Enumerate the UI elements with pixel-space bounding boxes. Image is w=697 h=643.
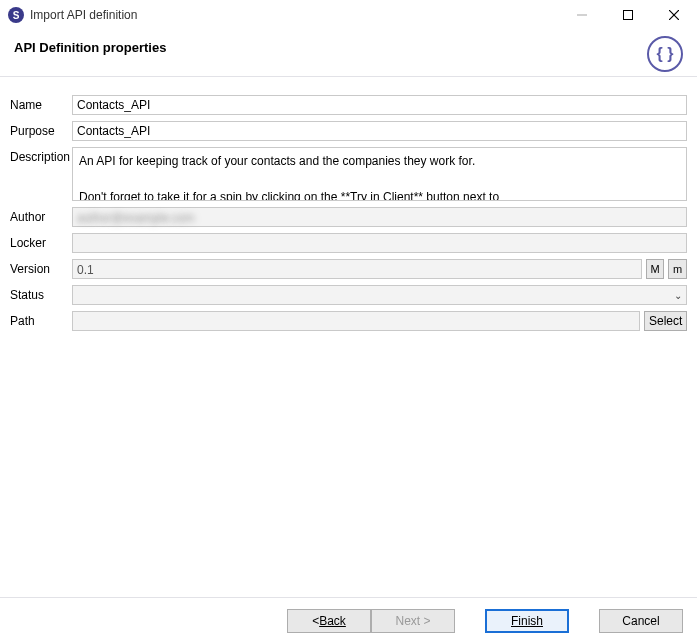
next-label: Next > (395, 614, 430, 628)
author-label: Author (10, 207, 72, 224)
finish-label: Finish (511, 614, 543, 628)
back-label: Back (319, 614, 346, 628)
name-label: Name (10, 95, 72, 112)
path-field (72, 311, 640, 331)
window-close-button[interactable] (651, 0, 697, 30)
title-bar: S Import API definition (0, 0, 697, 30)
page-title: API Definition properties (14, 40, 683, 55)
purpose-label: Purpose (10, 121, 72, 138)
cancel-label: Cancel (622, 614, 659, 628)
cancel-button[interactable]: Cancel (599, 609, 683, 633)
locker-label: Locker (10, 233, 72, 250)
finish-button[interactable]: Finish (485, 609, 569, 633)
next-button: Next > (371, 609, 455, 633)
version-field: 0.1 (72, 259, 642, 279)
description-label: Description (10, 147, 72, 164)
status-dropdown[interactable]: ⌄ (72, 285, 687, 305)
back-prefix: < (312, 614, 319, 628)
maximize-icon (623, 10, 633, 20)
wizard-header: API Definition properties { } (0, 30, 697, 76)
name-input[interactable] (72, 95, 687, 115)
version-major-button[interactable]: M (646, 259, 665, 279)
purpose-input[interactable] (72, 121, 687, 141)
wizard-button-bar: < Back Next > Finish Cancel (0, 597, 697, 643)
author-field: author@example.com (72, 207, 687, 227)
svg-rect-1 (624, 11, 633, 20)
window-minimize-button[interactable] (559, 0, 605, 30)
description-textarea[interactable]: An API for keeping track of your contact… (72, 147, 687, 201)
window-title: Import API definition (30, 8, 137, 22)
path-label: Path (10, 311, 72, 328)
api-braces-icon: { } (647, 36, 683, 72)
app-icon: S (8, 7, 24, 23)
locker-field (72, 233, 687, 253)
version-minor-button[interactable]: m (668, 259, 687, 279)
window-maximize-button[interactable] (605, 0, 651, 30)
path-select-button[interactable]: Select (644, 311, 687, 331)
back-button[interactable]: < Back (287, 609, 371, 633)
status-label: Status (10, 285, 72, 302)
version-label: Version (10, 259, 72, 276)
minimize-icon (577, 10, 587, 20)
close-icon (669, 10, 679, 20)
form-area: Name Purpose Description An API for keep… (0, 77, 697, 597)
chevron-down-icon: ⌄ (674, 288, 682, 304)
